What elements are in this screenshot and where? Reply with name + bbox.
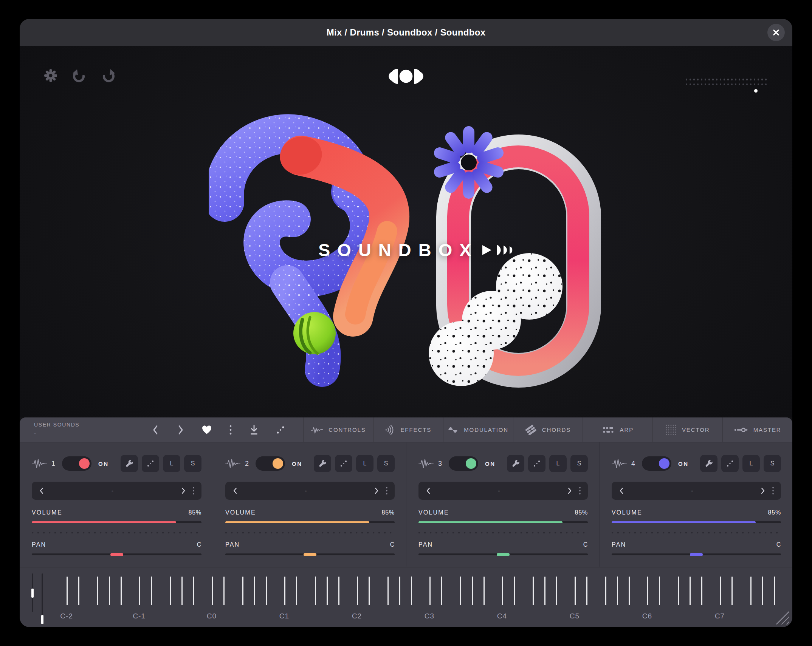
preset-prev-button[interactable]: [39, 487, 45, 495]
preset-more-button[interactable]: [772, 487, 774, 495]
dots-diagonal-icon: [726, 460, 734, 467]
pan-slider[interactable]: [612, 553, 781, 555]
pan-value: C: [776, 541, 781, 548]
channel-solo-button[interactable]: S: [764, 455, 781, 472]
wordmark: SOUNDBOX: [20, 240, 792, 260]
pan-slider[interactable]: [418, 553, 588, 555]
pan-slider[interactable]: [32, 553, 201, 555]
kb-mini-slider-1[interactable]: [32, 573, 33, 612]
preset-prev-button[interactable]: [618, 487, 624, 495]
dotted-divider: [612, 532, 781, 533]
channel-lock-button[interactable]: L: [163, 455, 180, 472]
keyboard-tick: [151, 576, 152, 605]
preset-more-button[interactable]: [579, 487, 581, 495]
channel-lock-button[interactable]: L: [356, 455, 373, 472]
volume-slider[interactable]: [418, 521, 588, 523]
kb-mini-slider-2-thumb[interactable]: [41, 615, 43, 624]
undo-button[interactable]: [71, 69, 87, 82]
tab-master[interactable]: MASTER: [722, 417, 792, 442]
preset-more-button[interactable]: [192, 487, 195, 495]
chevron-left-icon: [39, 487, 45, 495]
channel-expand-button[interactable]: [142, 455, 159, 472]
channel-preset-selector[interactable]: -: [612, 482, 781, 500]
channel-preset-selector[interactable]: -: [32, 482, 201, 500]
channel-edit-button[interactable]: [314, 455, 331, 472]
preset-next-button[interactable]: [760, 487, 766, 495]
preset-next-button[interactable]: [180, 487, 186, 495]
octave-label: C2: [352, 612, 362, 620]
favorite-button[interactable]: [202, 425, 212, 434]
volume-label: VOLUME: [32, 509, 62, 516]
octave-label: C7: [715, 612, 725, 620]
next-preset-button[interactable]: [177, 425, 185, 435]
channel-edit-button[interactable]: [700, 455, 717, 472]
tab-label: CHORDS: [542, 427, 571, 433]
tab-modulation[interactable]: MODULATION: [443, 417, 513, 442]
channel-on-toggle[interactable]: [256, 456, 285, 471]
toggle-knob: [466, 458, 476, 469]
channel-lock-button[interactable]: L: [742, 455, 760, 472]
keyboard-octave: C1: [284, 567, 357, 627]
tab-vector[interactable]: VECTOR: [652, 417, 722, 442]
channel-solo-button[interactable]: S: [570, 455, 588, 472]
keyboard-tick: [701, 576, 702, 605]
channel-solo-button[interactable]: S: [184, 455, 201, 472]
volume-slider[interactable]: [612, 521, 781, 523]
channel-expand-button[interactable]: [528, 455, 545, 472]
channel-on-label: ON: [292, 461, 302, 467]
channel-number: 3: [438, 460, 442, 468]
channel-on-toggle[interactable]: [449, 456, 478, 471]
channel-lock-button[interactable]: L: [549, 455, 567, 472]
close-button[interactable]: [767, 24, 785, 41]
channel-on-toggle[interactable]: [642, 456, 671, 471]
preset-prev-button[interactable]: [232, 487, 238, 495]
channel-number: 4: [631, 460, 635, 468]
channel-expand-button[interactable]: [335, 455, 352, 472]
settings-button[interactable]: [44, 69, 57, 82]
volume-label-row: VOLUME 85%: [32, 509, 201, 516]
arp-pattern-icon: [602, 425, 614, 434]
chevron-right-icon: [760, 487, 766, 495]
channel-expand-button[interactable]: [721, 455, 739, 472]
volume-slider[interactable]: [225, 521, 395, 523]
kb-mini-slider-2[interactable]: [42, 573, 43, 624]
redo-button[interactable]: [101, 69, 116, 82]
pan-value: C: [390, 541, 395, 548]
keyboard-tick: [731, 576, 733, 605]
expand-button[interactable]: [276, 425, 285, 434]
channel-on-label: ON: [98, 461, 109, 467]
octave-label: C0: [207, 612, 217, 620]
tab-controls[interactable]: CONTROLS: [303, 417, 373, 442]
kebab-icon: [229, 425, 232, 435]
channel-solo-button[interactable]: S: [377, 455, 395, 472]
pan-handle: [304, 553, 316, 556]
more-options-button[interactable]: [229, 425, 232, 435]
keyboard-tick: [460, 576, 461, 605]
download-button[interactable]: [249, 425, 259, 435]
channel-edit-button[interactable]: [507, 455, 524, 472]
preset-next-button[interactable]: [373, 487, 380, 495]
volume-slider[interactable]: [32, 521, 201, 523]
channel-edit-button[interactable]: [121, 455, 138, 472]
slider-icon: [734, 425, 748, 434]
led-grid: [686, 79, 767, 85]
keyboard-ruler[interactable]: C-2 C-1 C0 C1 C2 C3 C4 C5 C6 C7: [20, 567, 792, 627]
tab-effects[interactable]: EFFECTS: [373, 417, 443, 442]
pan-slider[interactable]: [225, 553, 395, 555]
brand-logo-icon: [386, 66, 426, 88]
channel-on-toggle[interactable]: [62, 456, 91, 471]
toggle-knob: [273, 458, 283, 469]
tab-arp[interactable]: ARP: [583, 417, 652, 442]
prev-preset-button[interactable]: [151, 425, 160, 435]
kb-mini-slider-1-thumb[interactable]: [31, 589, 34, 598]
preset-more-button[interactable]: [386, 487, 388, 495]
keyboard-octave: C-2: [67, 567, 139, 627]
tab-label: CONTROLS: [329, 427, 366, 433]
channel-preset-selector[interactable]: -: [418, 482, 588, 500]
tab-chords[interactable]: CHORDS: [513, 417, 583, 442]
preset-prev-button[interactable]: [425, 487, 431, 495]
channel-preset-selector[interactable]: -: [225, 482, 395, 500]
channel-header: 1 ON L S: [32, 454, 201, 473]
preset-next-button[interactable]: [567, 487, 573, 495]
preset-browser[interactable]: USER SOUNDS -: [20, 417, 144, 442]
